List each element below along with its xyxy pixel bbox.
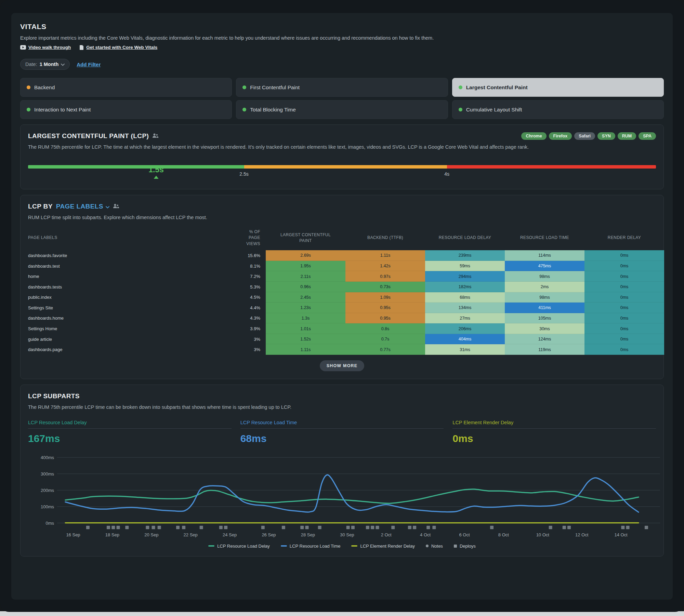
lcp-by-page-labels-table: PAGE LABELS% OF PAGE VIEWSLARGEST CONTEN… [28,226,656,355]
legend-item-lcp-element-render-delay[interactable]: LCP Element Render Delay [351,544,415,549]
heatmap-cell: 114ms [505,250,584,261]
legend-item-notes[interactable]: Notes [426,544,443,549]
heatmap-cell: 98ms [505,271,584,282]
page-views-pct: 7.2% [211,271,266,282]
heatmap-cell: 0.96s [266,282,345,292]
page-label-row-dashboards-test[interactable]: dashboards.test [28,261,211,271]
metric-tile-first-contentful-paint[interactable]: First Contentful Paint [236,78,448,97]
heatmap-cell: 411ms [505,303,584,313]
chevron-down-icon [106,203,109,210]
page-label-row-settings-home[interactable]: Settings Home [28,323,211,334]
heatmap-cell: 0ms [584,323,664,334]
gauge-segment [28,165,244,169]
heatmap-cell: 239ms [425,250,505,261]
heatmap-cell: 0ms [584,344,664,355]
page-title: VITALS [20,23,664,31]
svg-text:28 Sep: 28 Sep [301,532,315,537]
heatmap-cell: 0.8s [345,323,425,334]
line-swatch-icon [281,545,287,547]
svg-text:20 Sep: 20 Sep [144,532,158,537]
svg-text:100ms: 100ms [41,504,54,509]
page-views-pct: 4.5% [211,292,266,303]
heatmap-cell: 0ms [584,271,664,282]
heatmap-cell: 119ms [505,344,584,355]
legend-label: Notes [431,544,443,549]
svg-text:8 Oct: 8 Oct [498,532,509,537]
get-started-link[interactable]: Get started with Core Web Vitals [80,45,157,50]
heatmap-cell: 294ms [425,271,505,282]
subpart-label[interactable]: LCP Resource Load Delay [28,420,232,429]
add-filter-link[interactable]: Add Filter [77,62,101,67]
column-header-page-labels: PAGE LABELS [28,226,211,250]
status-dot-icon [459,108,462,111]
page-label-row-settings-site[interactable]: Settings Site [28,303,211,313]
metric-tile-label: First Contentful Paint [250,84,300,91]
heatmap-cell: 0ms [584,292,664,303]
metric-tile-label: Interaction to Next Paint [34,107,91,113]
page-label-row-guide-article[interactable]: guide article [28,334,211,345]
metric-tile-cumulative-layout-shift[interactable]: Cumulative Layout Shift [452,100,664,119]
page-label-row-dashboards-page[interactable]: dashboards.page [28,344,211,355]
page-label-row-public-index[interactable]: public.index [28,292,211,303]
page-labels-dropdown[interactable]: PAGE LABELS [56,203,109,210]
legend-item-lcp-resource-load-delay[interactable]: LCP Resource Load Delay [208,544,270,549]
subpart-label[interactable]: LCP Resource Load Time [240,420,444,429]
heatmap-cell: 0.73s [345,282,425,292]
heatmap-cell: 475ms [505,261,584,271]
heatmap-cell: 1.09s [345,292,425,303]
filter-row: Date: 1 Month Add Filter [20,59,664,70]
heatmap-cell: 1.42s [345,261,425,271]
video-walkthrough-link[interactable]: Video walk through [20,45,71,50]
series-lcp-resource-load-delay [65,489,639,504]
date-value: 1 Month [40,62,59,67]
heatmap-cell: 0ms [584,334,664,345]
subpart-value: 167ms [28,433,232,444]
lcp-card-description: The RUM 75th percentile for LCP. The tim… [28,144,531,151]
lcp-card: LARGEST CONTENTFUL PAINT (LCP) ChromeFir… [20,124,664,189]
metric-tile-label: Total Blocking Time [250,107,296,113]
page-label-row-dashboards-home[interactable]: dashboards.home [28,313,211,324]
page-label-row-dashboards-tests[interactable]: dashboards.tests [28,282,211,292]
app-window: VITALS Explore important metrics includi… [0,0,684,612]
status-dot-icon [242,108,246,111]
svg-text:26 Sep: 26 Sep [262,532,276,537]
subparts-metrics: LCP Resource Load Delay167msLCP Resource… [28,420,656,444]
legend-label: Deploys [460,544,476,549]
column-header-resource-load-time: RESOURCE LOAD TIME [505,226,584,250]
chevron-down-icon [61,62,65,67]
legend-item-lcp-resource-load-time[interactable]: LCP Resource Load Time [281,544,341,549]
page-labels-description: RUM LCP time split into subparts. Explor… [28,214,531,221]
users-icon [152,132,159,140]
badge-syn: SYN [597,132,615,140]
metric-tile-backend[interactable]: Backend [20,78,232,97]
svg-text:10 Oct: 10 Oct [536,532,550,537]
metric-tile-label: Largest Contentful Paint [466,84,528,91]
heatmap-cell: 2ms [505,282,584,292]
subparts-line-chart[interactable]: 0ms100ms200ms300ms400ms16 Sep18 Sep20 Se… [28,451,664,540]
legend-label: LCP Resource Load Delay [217,544,270,549]
page-labels-dropdown-label: PAGE LABELS [56,203,103,210]
line-swatch-icon [351,545,357,547]
subpart-label[interactable]: LCP Element Render Delay [452,420,656,429]
heatmap-cell: 98ms [505,292,584,303]
date-range-selector[interactable]: Date: 1 Month [20,59,70,70]
status-dot-icon [27,85,30,89]
page-label-row-home[interactable]: home [28,271,211,282]
play-icon [20,45,26,50]
show-more-button[interactable]: SHOW MORE [320,360,365,371]
video-walkthrough-label: Video walk through [28,45,71,50]
column-header-largest-contentful-paint: LARGEST CONTENTFUL PAINT [266,226,345,250]
legend-item-deploys[interactable]: Deploys [454,544,476,549]
metric-tile-interaction-to-next-paint[interactable]: Interaction to Next Paint [20,100,232,119]
page-label-row-dashboards-favorite[interactable]: dashboards.favorite [28,250,211,261]
page-views-pct: 5.3% [211,282,266,292]
page-views-pct: 4.4% [211,303,266,313]
badge-spa: SPA [639,132,656,140]
heatmap-cell: 1.95s [266,261,345,271]
heatmap-cell: 124ms [505,334,584,345]
heatmap-cell: 0ms [584,261,664,271]
metric-tile-total-blocking-time[interactable]: Total Blocking Time [236,100,448,119]
svg-text:14 Oct: 14 Oct [614,532,628,537]
metric-tile-largest-contentful-paint[interactable]: Largest Contentful Paint [452,78,664,97]
svg-text:12 Oct: 12 Oct [575,532,589,537]
